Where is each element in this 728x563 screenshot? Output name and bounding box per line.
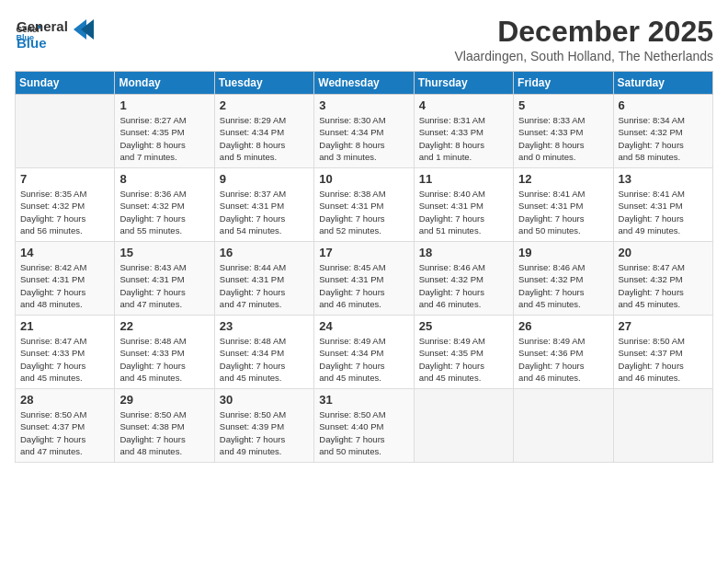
day-number: 3 xyxy=(319,98,408,112)
calendar-cell: 16Sunrise: 8:44 AMSunset: 4:31 PMDayligh… xyxy=(214,242,313,316)
calendar-cell xyxy=(16,95,115,168)
day-number: 12 xyxy=(518,172,608,186)
day-number: 11 xyxy=(419,172,508,186)
day-info: Sunrise: 8:49 AMSunset: 4:34 PMDaylight:… xyxy=(319,335,408,384)
day-number: 22 xyxy=(119,319,209,333)
calendar-cell: 22Sunrise: 8:48 AMSunset: 4:33 PMDayligh… xyxy=(115,316,214,389)
page-header: General Blue General Blue General Blue D… xyxy=(15,15,713,63)
day-info: Sunrise: 8:48 AMSunset: 4:34 PMDaylight:… xyxy=(220,335,309,384)
day-number: 13 xyxy=(619,172,708,186)
calendar-week-row: 28Sunrise: 8:50 AMSunset: 4:37 PMDayligh… xyxy=(16,389,713,463)
day-number: 1 xyxy=(119,98,209,112)
calendar-cell: 10Sunrise: 8:38 AMSunset: 4:31 PMDayligh… xyxy=(314,168,414,242)
day-number: 24 xyxy=(319,319,408,333)
calendar-table: SundayMondayTuesdayWednesdayThursdayFrid… xyxy=(15,71,713,463)
calendar-week-row: 1Sunrise: 8:27 AMSunset: 4:35 PMDaylight… xyxy=(16,95,713,168)
day-info: Sunrise: 8:41 AMSunset: 4:31 PMDaylight:… xyxy=(619,188,708,236)
day-number: 18 xyxy=(419,246,508,259)
calendar-cell: 27Sunrise: 8:50 AMSunset: 4:37 PMDayligh… xyxy=(613,316,712,389)
day-info: Sunrise: 8:50 AMSunset: 4:38 PMDaylight:… xyxy=(119,408,209,457)
day-info: Sunrise: 8:50 AMSunset: 4:37 PMDaylight:… xyxy=(619,335,708,384)
day-number: 31 xyxy=(319,393,408,407)
logo: General Blue General Blue General Blue xyxy=(15,15,94,52)
day-info: Sunrise: 8:40 AMSunset: 4:31 PMDaylight:… xyxy=(419,188,508,236)
calendar-cell: 3Sunrise: 8:30 AMSunset: 4:34 PMDaylight… xyxy=(314,95,414,168)
calendar-cell: 20Sunrise: 8:47 AMSunset: 4:32 PMDayligh… xyxy=(613,242,712,316)
day-info: Sunrise: 8:48 AMSunset: 4:33 PMDaylight:… xyxy=(119,335,209,384)
day-info: Sunrise: 8:50 AMSunset: 4:39 PMDaylight:… xyxy=(220,408,309,457)
calendar-week-row: 14Sunrise: 8:42 AMSunset: 4:31 PMDayligh… xyxy=(16,242,713,316)
day-number: 25 xyxy=(419,319,508,333)
day-info: Sunrise: 8:43 AMSunset: 4:31 PMDaylight:… xyxy=(119,261,209,310)
calendar-cell: 13Sunrise: 8:41 AMSunset: 4:31 PMDayligh… xyxy=(613,168,712,242)
day-number: 2 xyxy=(220,98,309,112)
day-info: Sunrise: 8:29 AMSunset: 4:34 PMDaylight:… xyxy=(220,114,309,163)
day-info: Sunrise: 8:36 AMSunset: 4:32 PMDaylight:… xyxy=(119,188,209,236)
calendar-cell: 30Sunrise: 8:50 AMSunset: 4:39 PMDayligh… xyxy=(214,389,313,463)
header-day-sunday: Sunday xyxy=(16,72,115,95)
day-info: Sunrise: 8:34 AMSunset: 4:32 PMDaylight:… xyxy=(619,114,708,163)
header-day-friday: Friday xyxy=(514,72,613,95)
header-day-wednesday: Wednesday xyxy=(314,72,414,95)
calendar-cell: 26Sunrise: 8:49 AMSunset: 4:36 PMDayligh… xyxy=(514,316,613,389)
calendar-cell: 6Sunrise: 8:34 AMSunset: 4:32 PMDaylight… xyxy=(613,95,712,168)
calendar-cell: 2Sunrise: 8:29 AMSunset: 4:34 PMDaylight… xyxy=(214,95,313,168)
day-number: 14 xyxy=(20,246,109,259)
day-number: 27 xyxy=(619,319,708,333)
day-number: 9 xyxy=(220,172,309,186)
calendar-cell: 11Sunrise: 8:40 AMSunset: 4:31 PMDayligh… xyxy=(414,168,513,242)
day-info: Sunrise: 8:33 AMSunset: 4:33 PMDaylight:… xyxy=(518,114,608,163)
logo-text-blue: Blue xyxy=(17,35,68,52)
day-number: 23 xyxy=(220,319,309,333)
calendar-cell: 25Sunrise: 8:49 AMSunset: 4:35 PMDayligh… xyxy=(414,316,513,389)
calendar-cell: 14Sunrise: 8:42 AMSunset: 4:31 PMDayligh… xyxy=(16,242,115,316)
day-number: 19 xyxy=(518,246,608,259)
calendar-cell: 21Sunrise: 8:47 AMSunset: 4:33 PMDayligh… xyxy=(16,316,115,389)
day-info: Sunrise: 8:44 AMSunset: 4:31 PMDaylight:… xyxy=(220,261,309,310)
day-number: 21 xyxy=(20,319,109,333)
calendar-cell: 18Sunrise: 8:46 AMSunset: 4:32 PMDayligh… xyxy=(414,242,513,316)
day-number: 17 xyxy=(319,246,408,259)
header-day-monday: Monday xyxy=(115,72,214,95)
day-info: Sunrise: 8:49 AMSunset: 4:36 PMDaylight:… xyxy=(518,335,608,384)
day-info: Sunrise: 8:41 AMSunset: 4:31 PMDaylight:… xyxy=(518,188,608,236)
day-number: 20 xyxy=(619,246,708,259)
day-info: Sunrise: 8:27 AMSunset: 4:35 PMDaylight:… xyxy=(119,114,209,163)
header-day-tuesday: Tuesday xyxy=(214,72,313,95)
month-title: December 2025 xyxy=(455,15,713,49)
calendar-header-row: SundayMondayTuesdayWednesdayThursdayFrid… xyxy=(16,72,713,95)
day-number: 6 xyxy=(619,98,708,112)
header-day-saturday: Saturday xyxy=(613,72,712,95)
day-info: Sunrise: 8:42 AMSunset: 4:31 PMDaylight:… xyxy=(20,261,109,310)
calendar-cell: 7Sunrise: 8:35 AMSunset: 4:32 PMDaylight… xyxy=(16,168,115,242)
day-number: 26 xyxy=(518,319,608,333)
day-info: Sunrise: 8:46 AMSunset: 4:32 PMDaylight:… xyxy=(518,261,608,310)
day-number: 28 xyxy=(20,393,109,407)
day-number: 30 xyxy=(220,393,309,407)
calendar-cell xyxy=(414,389,513,463)
day-info: Sunrise: 8:45 AMSunset: 4:31 PMDaylight:… xyxy=(319,261,408,310)
day-info: Sunrise: 8:49 AMSunset: 4:35 PMDaylight:… xyxy=(419,335,508,384)
calendar-cell: 5Sunrise: 8:33 AMSunset: 4:33 PMDaylight… xyxy=(514,95,613,168)
day-info: Sunrise: 8:47 AMSunset: 4:32 PMDaylight:… xyxy=(619,261,708,310)
day-number: 10 xyxy=(319,172,408,186)
calendar-week-row: 7Sunrise: 8:35 AMSunset: 4:32 PMDaylight… xyxy=(16,168,713,242)
day-number: 16 xyxy=(220,246,309,259)
day-info: Sunrise: 8:35 AMSunset: 4:32 PMDaylight:… xyxy=(20,188,109,236)
logo-arrow-icon xyxy=(74,19,94,40)
calendar-cell: 1Sunrise: 8:27 AMSunset: 4:35 PMDaylight… xyxy=(115,95,214,168)
day-info: Sunrise: 8:50 AMSunset: 4:40 PMDaylight:… xyxy=(319,408,408,457)
day-number: 29 xyxy=(119,393,209,407)
calendar-cell: 24Sunrise: 8:49 AMSunset: 4:34 PMDayligh… xyxy=(314,316,414,389)
day-number: 15 xyxy=(119,246,209,259)
day-number: 8 xyxy=(119,172,209,186)
day-number: 5 xyxy=(518,98,608,112)
calendar-cell: 4Sunrise: 8:31 AMSunset: 4:33 PMDaylight… xyxy=(414,95,513,168)
day-number: 7 xyxy=(20,172,109,186)
calendar-cell: 31Sunrise: 8:50 AMSunset: 4:40 PMDayligh… xyxy=(314,389,414,463)
day-info: Sunrise: 8:46 AMSunset: 4:32 PMDaylight:… xyxy=(419,261,508,310)
calendar-cell: 9Sunrise: 8:37 AMSunset: 4:31 PMDaylight… xyxy=(214,168,313,242)
day-info: Sunrise: 8:37 AMSunset: 4:31 PMDaylight:… xyxy=(220,188,309,236)
day-info: Sunrise: 8:47 AMSunset: 4:33 PMDaylight:… xyxy=(20,335,109,384)
logo-text-general: General xyxy=(17,18,68,35)
